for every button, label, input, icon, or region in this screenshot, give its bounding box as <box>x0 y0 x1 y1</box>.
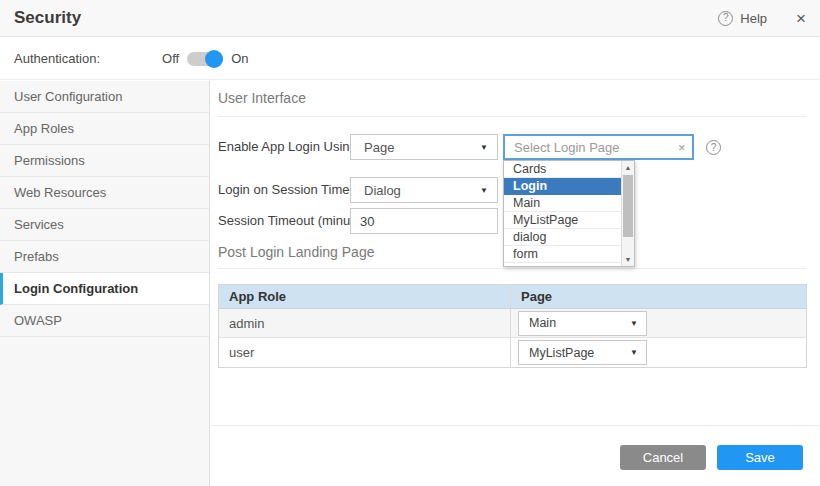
titlebar-actions: ? Help × <box>718 10 806 27</box>
help-icon[interactable]: ? <box>718 11 733 26</box>
select-value: Dialog <box>351 183 401 198</box>
sidebar-item-label: User Configuration <box>14 89 122 104</box>
select-login-page-input[interactable] <box>503 134 694 160</box>
user-interface-heading: User Interface <box>218 90 306 106</box>
sidebar-item-user-configuration[interactable]: User Configuration <box>0 81 209 113</box>
table-header-row: App Role Page <box>219 285 806 309</box>
scrollbar-thumb[interactable] <box>623 175 633 237</box>
sidebar-item-label: App Roles <box>14 121 74 136</box>
select-value: MyListPage <box>519 346 594 360</box>
footer-divider <box>210 425 820 426</box>
save-button[interactable]: Save <box>717 445 803 470</box>
login-page-option-list: Cards Login Main MyListPage dialog form <box>504 161 621 266</box>
dropdown-option-dialog[interactable]: dialog <box>504 229 621 246</box>
sidebar: User Configuration App Roles Permissions… <box>0 81 210 486</box>
post-login-landing-table: App Role Page admin Main ▼ user MyListPa… <box>218 284 807 368</box>
chevron-down-icon: ▼ <box>630 348 646 357</box>
login-configuration-panel: User Interface Enable App Login Using: P… <box>210 81 820 486</box>
landing-page-select-user[interactable]: MyListPage ▼ <box>518 340 647 365</box>
field-help-icon[interactable]: ? <box>706 140 721 155</box>
sidebar-item-label: Prefabs <box>14 249 59 264</box>
sidebar-item-login-configuration[interactable]: Login Configuration <box>0 273 209 305</box>
title-bar: Security ? Help × <box>0 0 820 37</box>
login-session-timeout-label: Login on Session Timeout: <box>218 177 371 203</box>
sidebar-item-label: Services <box>14 217 64 232</box>
dropdown-option-login[interactable]: Login <box>504 178 621 195</box>
authentication-label: Authentication: <box>14 51 100 66</box>
select-value: Page <box>351 140 394 155</box>
scroll-down-icon[interactable]: ▼ <box>622 253 634 266</box>
session-timeout-minutes-input[interactable] <box>350 208 498 234</box>
sidebar-item-owasp[interactable]: OWASP <box>0 305 209 337</box>
sidebar-item-label: Login Configuration <box>14 281 138 296</box>
toggle-off-label: Off <box>162 51 179 66</box>
security-settings-window: Security ? Help × Authentication: Off On… <box>0 0 820 486</box>
chevron-down-icon: ▼ <box>480 143 497 152</box>
page-cell: Main ▼ <box>511 309 806 337</box>
help-link[interactable]: Help <box>740 11 767 26</box>
sidebar-item-app-roles[interactable]: App Roles <box>0 113 209 145</box>
authentication-bar: Authentication: Off On <box>0 38 820 80</box>
table-row: user MyListPage ▼ <box>219 338 806 367</box>
page-cell: MyListPage ▼ <box>511 338 806 367</box>
sidebar-item-permissions[interactable]: Permissions <box>0 145 209 177</box>
scroll-up-icon[interactable]: ▲ <box>622 161 634 174</box>
post-login-heading: Post Login Landing Page <box>218 244 374 260</box>
app-role-cell: user <box>219 338 511 367</box>
sidebar-item-label: Web Resources <box>14 185 106 200</box>
dropdown-option-form[interactable]: form <box>504 246 621 263</box>
authentication-toggle[interactable] <box>187 50 223 68</box>
sidebar-item-services[interactable]: Services <box>0 209 209 241</box>
page-title: Security <box>14 8 81 28</box>
toggle-knob <box>205 50 223 68</box>
sidebar-item-prefabs[interactable]: Prefabs <box>0 241 209 273</box>
app-role-cell: admin <box>219 309 511 337</box>
column-header-app-role: App Role <box>219 285 511 308</box>
clear-icon[interactable]: × <box>678 141 686 154</box>
chevron-down-icon: ▼ <box>480 186 497 195</box>
table-row: admin Main ▼ <box>219 309 806 338</box>
login-session-timeout-select[interactable]: Dialog ▼ <box>350 177 498 203</box>
dropdown-option-main[interactable]: Main <box>504 195 621 212</box>
sidebar-item-web-resources[interactable]: Web Resources <box>0 177 209 209</box>
select-value: Main <box>519 316 556 330</box>
enable-app-login-select[interactable]: Page ▼ <box>350 134 498 160</box>
column-header-page: Page <box>511 285 806 308</box>
cancel-button[interactable]: Cancel <box>620 445 706 470</box>
enable-app-login-label: Enable App Login Using: <box>218 134 360 160</box>
login-page-dropdown: Cards Login Main MyListPage dialog form … <box>503 160 635 267</box>
sidebar-item-label: OWASP <box>14 313 62 328</box>
toggle-on-label: On <box>231 51 248 66</box>
landing-page-select-admin[interactable]: Main ▼ <box>518 311 647 336</box>
close-icon[interactable]: × <box>796 10 806 27</box>
dropdown-option-mylistpage[interactable]: MyListPage <box>504 212 621 229</box>
dropdown-option-cards[interactable]: Cards <box>504 161 621 178</box>
section-divider <box>218 116 807 117</box>
sidebar-item-label: Permissions <box>14 153 85 168</box>
section-divider <box>218 268 807 269</box>
dropdown-scrollbar[interactable]: ▲ ▼ <box>621 161 634 266</box>
chevron-down-icon: ▼ <box>630 319 646 328</box>
